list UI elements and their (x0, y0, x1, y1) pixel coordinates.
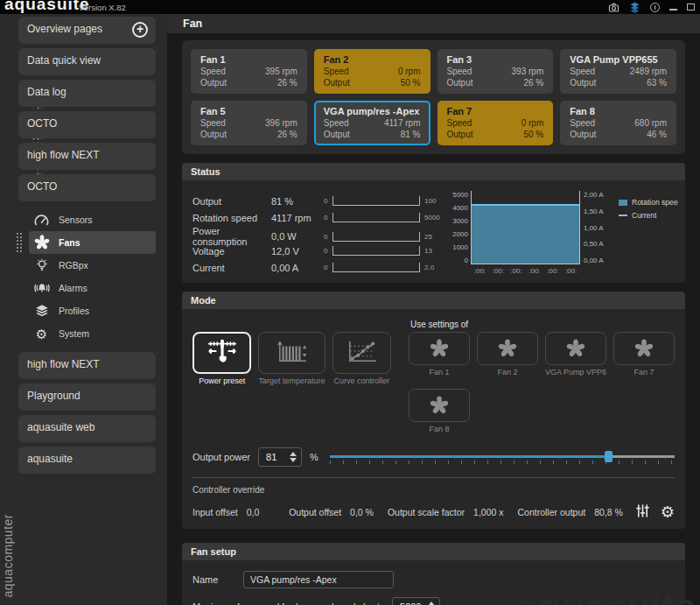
sliders-icon[interactable] (635, 503, 650, 520)
tile-speed-label: Speed (324, 66, 349, 77)
fan-name-input[interactable] (243, 571, 394, 588)
gauge-icon (32, 213, 51, 227)
chart-plot-area (471, 191, 580, 264)
bar-gauge (332, 246, 420, 256)
fan-tile-3[interactable]: Fan 3 Speed393 rpm Output26 % (438, 49, 554, 94)
tile-name: VGA Pump VPP655 (570, 54, 667, 65)
sidebar-item-playground[interactable]: Playground (18, 383, 156, 411)
bar-gauge (332, 196, 420, 206)
status-value: 81 % (271, 196, 324, 207)
x-tick: :00: (547, 267, 558, 275)
tile-speed-value: 393 rpm (512, 66, 544, 77)
tile-output-value: 81 % (401, 129, 421, 140)
vertical-brand-text: aquacomputer (1, 514, 15, 598)
mode-title: Mode (191, 295, 216, 306)
status-row-voltage: Voltage 12,0 V 0 13 (192, 243, 444, 259)
fan-tiles-panel: Fan 1 Speed395 rpm Output26 % Fan 2 Spee… (182, 40, 685, 154)
slider-ticks (330, 461, 675, 464)
tile-output-label: Output (200, 129, 227, 140)
sidebar-item-label: Overview pages (27, 23, 102, 35)
sidebar-item-label: Data quick view (27, 54, 101, 67)
x-tick: :00: (493, 267, 504, 275)
status-label: Output (192, 196, 271, 207)
power-preset-icon (203, 338, 242, 368)
fan-tile-vga-pump-res-apex[interactable]: VGA pump/res -Apex Speed4117 rpm Output8… (314, 101, 430, 145)
input-offset: Input offset 0,0 (192, 507, 259, 517)
sidebar-item-data-quick-view[interactable]: Data quick view (18, 48, 156, 75)
add-page-icon[interactable]: + (132, 22, 148, 38)
y-tick: 0 (465, 257, 468, 264)
mode-panel: Mode Power preset Target temperature (182, 292, 685, 529)
fan-tile-2[interactable]: Fan 2 Speed0 rpm Output50 % (314, 49, 430, 94)
sidebar-item-data-log[interactable]: Data log (18, 80, 156, 107)
fan-icon (32, 234, 51, 251)
info-icon[interactable]: i (650, 3, 660, 12)
curve-controller-icon (342, 338, 381, 368)
y-tick: 0,00 A (584, 257, 612, 264)
tile-name: Fan 7 (447, 106, 544, 116)
use-settings-fan-2[interactable]: Fan 2 (477, 332, 538, 376)
tile-speed-label: Speed (447, 66, 472, 77)
mode-label: Curve controller (332, 376, 391, 385)
tile-output-value: 26 % (523, 77, 543, 88)
use-settings-fan-7[interactable]: Fan 7 (613, 332, 675, 376)
target-temperature-icon (272, 338, 311, 368)
submenu-item-system[interactable]: ⚙ System (29, 322, 156, 345)
tile-output-label: Output (570, 77, 596, 88)
use-settings-fan-8[interactable]: Fan 8 (409, 389, 470, 433)
sidebar-item-label: Playground (27, 390, 80, 402)
bar-min-label: 0 (324, 197, 332, 205)
use-settings-fan-1[interactable]: Fan 1 (409, 332, 470, 376)
sidebar-item-aquasuite-web[interactable]: aquasuite web (18, 415, 156, 442)
sidebar-item-overview-pages[interactable]: Overview pages + (18, 17, 156, 44)
spinner-arrows-icon[interactable] (290, 452, 297, 462)
device-submenu: Sensors Fans RGBpx Alarms Profiles ⚙ Sys… (29, 208, 156, 345)
submenu-item-alarms[interactable]: Alarms (29, 277, 156, 299)
output-power-slider[interactable] (330, 448, 675, 466)
use-settings-vga-pump[interactable]: VGA Pump VPP655 (545, 332, 606, 376)
tile-name: Fan 8 (570, 106, 667, 116)
fan-tile-8[interactable]: Fan 8 Speed680 rpm Output46 % (560, 101, 676, 145)
sidebar-item-high-flow-next-2[interactable]: high flow NEXT (18, 352, 156, 379)
mode-curve-controller[interactable]: Curve controller (332, 332, 391, 433)
fan-icon (564, 337, 587, 360)
use-settings-label: Fan 8 (409, 425, 470, 433)
chart-y-left-axis: 5000 4000 3000 2000 1000 0 (448, 191, 471, 264)
tile-output-label: Output (324, 129, 350, 140)
fan-tile-1[interactable]: Fan 1 Speed395 rpm Output26 % (191, 49, 307, 94)
submenu-item-rgbpx[interactable]: RGBpx (29, 254, 156, 277)
sidebar-item-octo-1[interactable]: OCTO (18, 111, 156, 138)
fan-tile-7[interactable]: Fan 7 Speed0 rpm Output50 % (438, 101, 554, 145)
sidebar-item-label: Data log (27, 86, 66, 98)
tile-output-label: Output (570, 129, 596, 140)
maximize-icon[interactable] (687, 4, 695, 11)
mode-target-temperature[interactable]: Target temperature (258, 332, 325, 433)
sidebar-item-high-flow-next-1[interactable]: high flow NEXT (18, 143, 156, 170)
x-tick: :00: (528, 267, 540, 275)
submenu-item-profiles[interactable]: Profiles (29, 299, 156, 322)
controller-output: Controller output 80,8 % (518, 507, 623, 517)
sidebar-item-aquasuite[interactable]: aquasuite (18, 447, 156, 474)
sidebar-item-octo-2[interactable]: OCTO (18, 174, 156, 201)
max-fan-speed-spinner[interactable]: 5000 (392, 597, 439, 605)
sidebar-item-label: high flow NEXT (27, 358, 100, 370)
fan-tile-5[interactable]: Fan 5 Speed396 rpm Output26 % (191, 101, 307, 145)
spinner-arrows-icon[interactable] (428, 601, 435, 605)
use-settings-group: Use settings of Fan 1 Fan 2 VGA Pump (409, 332, 675, 433)
output-offset-value: 0,0 % (350, 507, 374, 517)
layers-icon[interactable] (629, 2, 640, 13)
submenu-item-sensors[interactable]: Sensors (29, 208, 156, 231)
gear-icon[interactable]: ⚙ (661, 504, 675, 520)
fan-tile-vga-pump[interactable]: VGA Pump VPP655 Speed2489 rpm Output63 % (560, 49, 676, 94)
output-power-spinner[interactable]: 81 (258, 447, 302, 467)
mode-power-preset[interactable]: Power preset (192, 332, 251, 433)
status-panel: Status Output 81 % 0 100 Rotation speed … (182, 163, 685, 283)
screenshot-camera-icon[interactable] (608, 3, 620, 12)
minimize-icon[interactable] (669, 9, 677, 11)
legend-label: Current (632, 211, 656, 220)
status-label: Rotation speed (192, 213, 271, 223)
status-row-output: Output 81 % 0 100 (192, 193, 444, 209)
submenu-item-fans[interactable]: Fans (29, 231, 156, 254)
submenu-label: Profiles (59, 306, 89, 316)
tile-output-value: 50 % (523, 129, 543, 140)
